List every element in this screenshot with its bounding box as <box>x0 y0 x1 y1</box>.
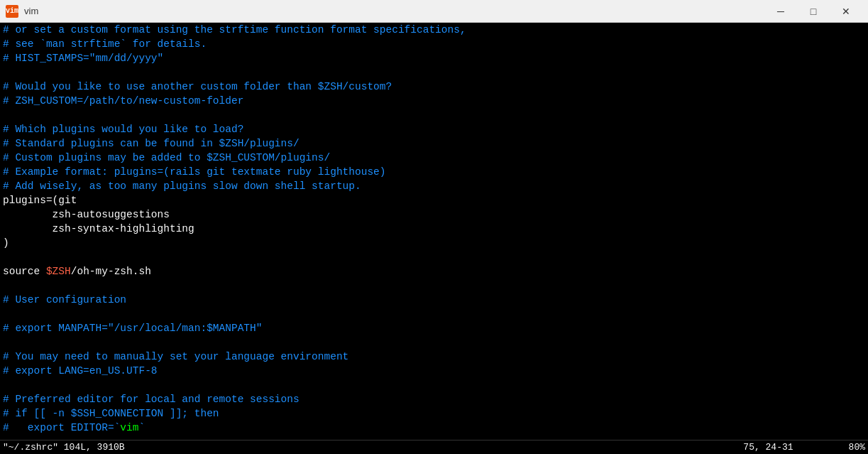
code-line: # User configuration <box>0 293 868 307</box>
app-icon: vim <box>6 5 18 18</box>
status-position: 75, 24-31 80% <box>743 442 865 453</box>
code-line: # Add wisely, as too many plugins slow d… <box>0 179 868 193</box>
code-line: zsh-autosuggestions <box>0 207 868 222</box>
code-line <box>0 250 868 264</box>
window-controls: ─ □ ✕ <box>764 0 862 23</box>
title-bar: vim vim ─ □ ✕ <box>0 0 868 23</box>
code-line <box>0 307 868 321</box>
code-line: ) <box>0 236 868 250</box>
code-line: # Example format: plugins=(rails git tex… <box>0 165 868 179</box>
code-line: zsh-syntax-highlighting <box>0 222 868 236</box>
code-line: # or set a custom format using the strft… <box>0 23 868 37</box>
code-line <box>0 65 868 80</box>
window-title: vim <box>24 6 38 16</box>
code-line: # You may need to manually set your lang… <box>0 350 868 364</box>
code-line: # export EDITOR=`vim` <box>0 421 868 435</box>
code-line: # if [[ -n $SSH_CONNECTION ]]; then <box>0 406 868 421</box>
close-button[interactable]: ✕ <box>830 0 862 23</box>
code-line: # see `man strftime` for details. <box>0 37 868 51</box>
code-line: # Which plugins would you like to load? <box>0 122 868 136</box>
code-line: # Would you like to use another custom f… <box>0 80 868 94</box>
status-bar: "~/.zshrc" 104L, 3910B 75, 24-31 80% <box>0 440 868 454</box>
code-line <box>0 279 868 293</box>
code-line: # Preferred editor for local and remote … <box>0 392 868 406</box>
code-line: # ZSH_CUSTOM=/path/to/new-custom-folder <box>0 94 868 108</box>
window: vim vim ─ □ ✕ # or set a custom format u… <box>0 0 868 454</box>
code-line: # export MANPATH="/usr/local/man:$MANPAT… <box>0 321 868 335</box>
code-line: # Standard plugins can be found in $ZSH/… <box>0 136 868 151</box>
editor-content[interactable]: # or set a custom format using the strft… <box>0 23 868 440</box>
code-line <box>0 378 868 392</box>
code-line: # Custom plugins may be added to $ZSH_CU… <box>0 151 868 165</box>
editor-body: # or set a custom format using the strft… <box>0 23 868 454</box>
status-file-info: "~/.zshrc" 104L, 3910B <box>3 442 125 453</box>
title-left: vim vim <box>6 5 38 18</box>
code-line: source $ZSH/oh-my-zsh.sh <box>0 264 868 279</box>
code-line: # export LANG=en_US.UTF-8 <box>0 364 868 378</box>
minimize-button[interactable]: ─ <box>764 0 797 23</box>
code-line <box>0 108 868 122</box>
code-line <box>0 335 868 350</box>
code-line: plugins=(git <box>0 193 868 207</box>
code-line: # HIST_STAMPS="mm/dd/yyyy" <box>0 51 868 65</box>
maximize-button[interactable]: □ <box>797 0 830 23</box>
